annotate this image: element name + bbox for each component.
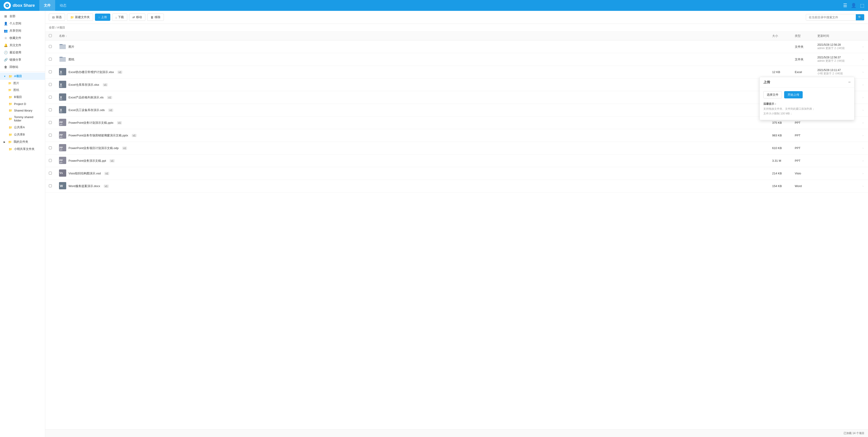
row-action: ›: [859, 53, 868, 66]
menu-icon[interactable]: ☰: [843, 3, 847, 8]
file-type: PPT: [791, 154, 814, 167]
tab-activity[interactable]: 动态: [55, 0, 71, 11]
subfolder-icon2: 📁: [8, 88, 11, 92]
chevron-icon[interactable]: ›: [863, 70, 864, 74]
version-badge: v1: [108, 109, 113, 112]
file-name[interactable]: Word服务提案演示.docx: [68, 184, 100, 188]
search-button[interactable]: 🔍: [856, 14, 864, 20]
row-checkbox[interactable]: [49, 134, 52, 137]
svg-rect-2: [59, 45, 66, 49]
sidebar-item-favorites[interactable]: ☆ 收藏文件: [0, 34, 45, 41]
filter-button[interactable]: ⊟ 筛选: [49, 13, 65, 21]
table-row: Xxlsx Excel员工设备库存演示.ods v1 10 KB Excel ›: [45, 104, 868, 116]
table-row: PPpptx PowerPoint业务市场营销玻璃窗演示文稿.pptx v1 9…: [45, 129, 868, 142]
file-size: 214 KB: [769, 167, 791, 180]
sidebar-item-a-project[interactable]: ▼ 📁 A项目: [0, 72, 45, 80]
chevron-icon[interactable]: ›: [863, 83, 864, 86]
chevron-icon[interactable]: ›: [863, 58, 864, 61]
table-row: Vs Visio组织结构图演示.vsd v1 214 KB Visio ›: [45, 167, 868, 180]
row-checkbox[interactable]: [49, 96, 52, 98]
delete-button[interactable]: 🗑 移除: [147, 13, 164, 21]
file-name[interactable]: Visio组织结构图演示.vsd: [68, 171, 101, 176]
sidebar-item-b-project[interactable]: 📁 B项目: [0, 93, 45, 101]
select-all-checkbox[interactable]: [49, 34, 52, 37]
file-name[interactable]: Excel产品价格列表演示.xls: [68, 95, 103, 99]
file-name-cell: PPpptx PowerPoint业务演示文稿.ppt v1: [59, 157, 765, 165]
logout-icon[interactable]: ⬚: [860, 3, 864, 8]
upload-button[interactable]: ↑ 上传: [95, 13, 110, 21]
upload-dialog: 上传 − 选择文件 开始上传 温馨提示： 支持拖放文件夹、文件到此窗口添加列表；…: [760, 77, 855, 120]
dialog-hint: 温馨提示： 支持拖放文件夹、文件到此窗口添加列表； 文件大小限制 100 MB；: [763, 101, 850, 116]
chevron-icon[interactable]: ›: [863, 109, 864, 112]
sidebar-item-all[interactable]: ⊞ 全部: [0, 13, 45, 20]
row-checkbox[interactable]: [49, 108, 52, 111]
row-checkbox[interactable]: [49, 146, 52, 149]
sidebar-item-my-files[interactable]: ▶ 📁 我的文件夹: [0, 138, 45, 145]
new-folder-button[interactable]: 📁 新建文件夹: [67, 13, 93, 21]
file-name[interactable]: 图纸: [68, 57, 74, 61]
row-action: ›: [859, 129, 868, 142]
row-checkbox[interactable]: [49, 83, 52, 86]
sidebar-sub-images[interactable]: 📁 图片: [0, 80, 45, 87]
file-name[interactable]: Excel协办楼日常维护计划演示.xlsx: [68, 70, 114, 74]
filter-icon: ⊟: [52, 16, 55, 19]
select-file-button[interactable]: 选择文件: [763, 91, 782, 98]
file-name[interactable]: Excel员工设备库存演示.ods: [68, 108, 105, 112]
col-header-size: 大小: [769, 32, 791, 40]
chevron-icon[interactable]: ›: [863, 134, 864, 137]
chevron-icon[interactable]: ›: [863, 184, 864, 188]
row-checkbox[interactable]: [49, 184, 52, 187]
file-name[interactable]: 图片: [68, 45, 74, 49]
chevron-icon[interactable]: ›: [863, 159, 864, 163]
dialog-close-button[interactable]: −: [848, 80, 850, 85]
sidebar-item-link-share[interactable]: 🔗 链接分享: [0, 56, 45, 63]
row-checkbox[interactable]: [49, 45, 52, 48]
user-icon[interactable]: 👤: [851, 3, 857, 8]
start-upload-button[interactable]: 开始上传: [784, 91, 803, 98]
breadcrumb-all[interactable]: 全部: [49, 26, 55, 29]
row-checkbox[interactable]: [49, 121, 52, 124]
sidebar-item-followed[interactable]: 🔔 关注文件: [0, 41, 45, 49]
col-header-time: 更新时间: [814, 32, 859, 40]
sidebar-item-tommy[interactable]: 📁 Tommy shared folder: [0, 114, 45, 124]
file-name[interactable]: PowerPoint业务演示文稿.ppt: [68, 159, 106, 163]
chevron-icon[interactable]: ›: [863, 45, 864, 49]
sidebar-item-public-b[interactable]: 📁 公共库B: [0, 131, 45, 138]
chevron-icon[interactable]: ›: [863, 147, 864, 150]
sidebar-item-personal[interactable]: 👤 个人空间: [0, 20, 45, 27]
dialog-header: 上传 −: [760, 77, 854, 88]
row-checkbox[interactable]: [49, 70, 52, 73]
file-time: [814, 167, 859, 180]
tab-files[interactable]: 文件: [39, 0, 55, 11]
sidebar-item-public-a[interactable]: 📁 公共库A: [0, 124, 45, 131]
sidebar-item-shared-library[interactable]: 📁 Shared library: [0, 107, 45, 114]
row-checkbox[interactable]: [49, 58, 52, 61]
file-size: 12 KB: [769, 66, 791, 79]
sidebar-sub-blueprints[interactable]: 📁 图纸: [0, 87, 45, 93]
file-name[interactable]: PowerPoint业务计划演示文稿.pptx: [68, 121, 114, 125]
breadcrumb: 全部 / A项目: [45, 24, 868, 32]
col-header-name: 名称 ↕: [55, 32, 769, 40]
download-button[interactable]: ↓ 下载: [112, 13, 127, 21]
row-checkbox[interactable]: [49, 159, 52, 162]
file-size: [769, 40, 791, 53]
file-name[interactable]: PowerPoint业务市场营销玻璃窗演示文稿.pptx: [68, 134, 128, 138]
sidebar-item-project-d[interactable]: 📁 Project D: [0, 101, 45, 107]
row-action: ›: [859, 104, 868, 116]
search-input[interactable]: [806, 14, 856, 20]
file-type: Excel: [791, 66, 814, 79]
sidebar-item-recycle[interactable]: 🗑 回收站: [0, 63, 45, 70]
sidebar-item-xiao-shared[interactable]: 📁 小明共享文件夹: [0, 145, 45, 153]
chevron-icon[interactable]: ›: [863, 96, 864, 99]
file-name-cell: Xxlsx Excel仓库库存演示.xlsx v1: [59, 81, 765, 89]
file-name[interactable]: Excel仓库库存演示.xlsx: [68, 83, 99, 87]
chevron-icon[interactable]: ›: [863, 172, 864, 175]
folder-mf-icon: 📁: [8, 140, 12, 144]
row-checkbox[interactable]: [49, 172, 52, 175]
dialog-actions: 选择文件 开始上传: [763, 91, 850, 98]
sidebar-item-shared-space[interactable]: 👥 共享空间: [0, 27, 45, 34]
chevron-icon[interactable]: ›: [863, 121, 864, 124]
file-name[interactable]: PowerPoint业务项目计划演示文稿.odp: [68, 146, 119, 150]
move-button[interactable]: ⇄ 移动: [129, 13, 145, 21]
sidebar-item-recent[interactable]: 🕐 最近使用: [0, 49, 45, 56]
